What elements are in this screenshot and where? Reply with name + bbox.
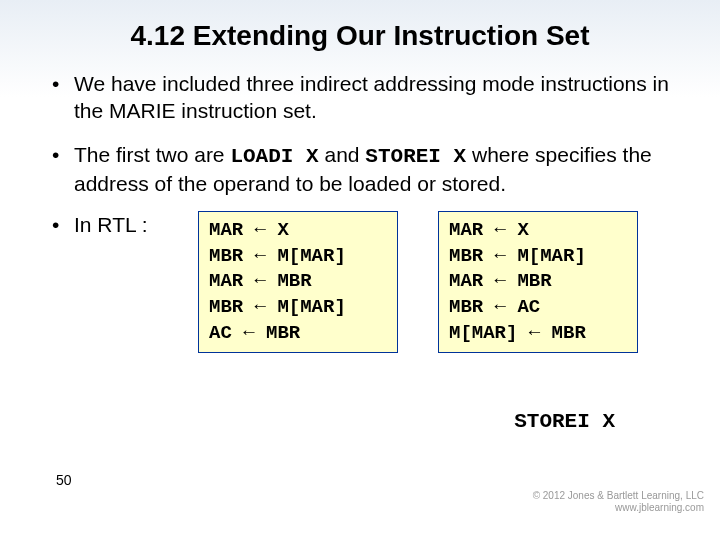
code-loadi: LOADI X	[230, 145, 318, 168]
bullet-2: The first two are LOADI X and STOREI X w…	[50, 141, 670, 198]
bullet-3: In RTL :	[50, 213, 178, 237]
rtl-box-storei: MAR ← X MBR ← M[MAR] MAR ← MBR MBR ← AC …	[438, 211, 638, 353]
copyright-line1: © 2012 Jones & Bartlett Learning, LLC	[533, 490, 704, 502]
copyright: © 2012 Jones & Bartlett Learning, LLC ww…	[533, 490, 704, 514]
storei-caption: STOREI X	[514, 410, 615, 433]
bullet-list: We have included three indirect addressi…	[0, 70, 720, 197]
bullet-1: We have included three indirect addressi…	[50, 70, 670, 125]
page-number: 50	[56, 472, 72, 488]
page-title: 4.12 Extending Our Instruction Set	[0, 20, 720, 52]
code-storei: STOREI X	[365, 145, 466, 168]
bullet-2-part2: and	[324, 143, 365, 166]
rtl-box-loadi: MAR ← X MBR ← M[MAR] MAR ← MBR MBR ← M[M…	[198, 211, 398, 353]
copyright-url: www.jblearning.com	[533, 502, 704, 514]
bullet-2-part1: The first two are	[74, 143, 230, 166]
slide: 4.12 Extending Our Instruction Set We ha…	[0, 0, 720, 540]
